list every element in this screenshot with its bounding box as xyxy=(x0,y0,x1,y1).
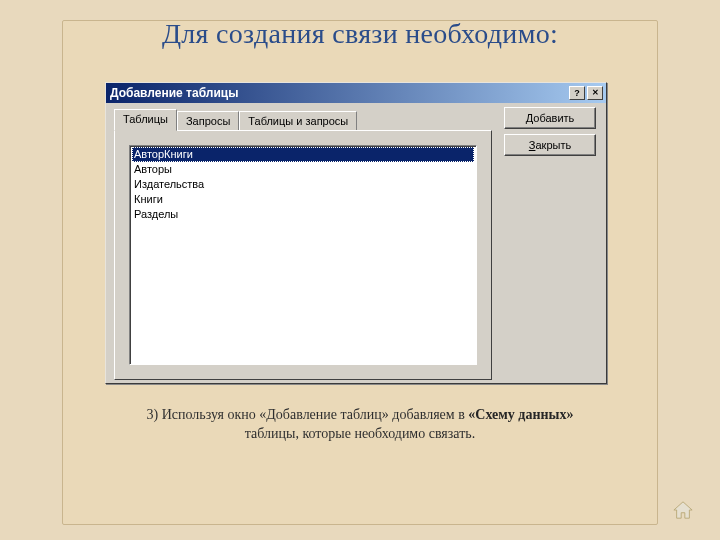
dialog-title: Добавление таблицы xyxy=(110,86,569,100)
list-item[interactable]: Издательства xyxy=(132,177,474,192)
tab-queries[interactable]: Запросы xyxy=(177,111,239,130)
list-item[interactable]: Книги xyxy=(132,192,474,207)
list-item[interactable]: Авторы xyxy=(132,162,474,177)
help-button[interactable]: ? xyxy=(569,86,585,100)
home-icon[interactable] xyxy=(672,500,694,520)
list-item[interactable]: АвторКниги xyxy=(132,147,474,162)
add-table-dialog: Добавление таблицы ? ✕ Таблицы Запросы Т… xyxy=(105,82,607,384)
titlebar: Добавление таблицы ? ✕ xyxy=(106,83,606,103)
tab-tables[interactable]: Таблицы xyxy=(114,109,177,131)
close-icon[interactable]: ✕ xyxy=(587,86,603,100)
tab-tables-and-queries[interactable]: Таблицы и запросы xyxy=(239,111,357,130)
close-button[interactable]: Закрыть xyxy=(504,134,596,156)
tab-panel: АвторКниги Авторы Издательства Книги Раз… xyxy=(114,130,492,380)
tables-listbox[interactable]: АвторКниги Авторы Издательства Книги Раз… xyxy=(129,145,477,365)
list-item[interactable]: Разделы xyxy=(132,207,474,222)
tabstrip: Таблицы Запросы Таблицы и запросы xyxy=(114,109,598,130)
instruction-caption: 3) Используя окно «Добавление таблиц» до… xyxy=(0,406,720,444)
page-title: Для создания связи необходимо: xyxy=(0,18,720,50)
